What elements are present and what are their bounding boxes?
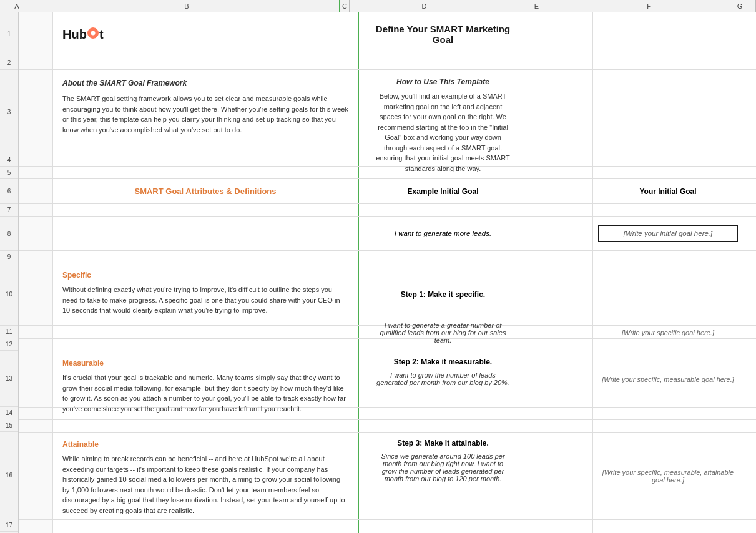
cell-17b bbox=[53, 520, 359, 532]
col-header-a: A bbox=[0, 0, 34, 12]
cell-9c bbox=[359, 251, 368, 263]
cell-16f[interactable]: [Write your specific, measurable, attain… bbox=[593, 433, 743, 519]
initial-goal-example: I want to generate more leads. bbox=[395, 230, 491, 237]
cell-17a bbox=[19, 520, 53, 532]
cell-13d-header: Step 2: Make it measurable. I want to gr… bbox=[368, 351, 518, 407]
cell-7e bbox=[518, 204, 593, 216]
cell-11c bbox=[359, 326, 368, 338]
your-goal-header: Your Initial Goal bbox=[639, 187, 696, 196]
cell-6g bbox=[743, 179, 756, 203]
cell-14f bbox=[593, 408, 743, 419]
cell-5c bbox=[359, 167, 368, 178]
page-title: Define Your SMART Marketing Goal bbox=[373, 24, 513, 45]
cell-6a bbox=[19, 179, 53, 203]
cell-15b bbox=[53, 420, 359, 432]
cell-15c bbox=[359, 420, 368, 432]
step3-yours: [Write your specific, measurable, attain… bbox=[598, 469, 738, 484]
rn-15: 15 bbox=[0, 419, 18, 432]
cell-13e bbox=[518, 351, 593, 407]
cell-13c bbox=[359, 351, 368, 407]
svg-point-1 bbox=[91, 31, 95, 35]
measurable-title: Measurable bbox=[62, 358, 348, 369]
cell-8e bbox=[518, 217, 593, 250]
row-8: I want to generate more leads. [Write yo… bbox=[19, 217, 756, 251]
example-goal-header: Example Initial Goal bbox=[407, 187, 478, 196]
cell-2c bbox=[359, 56, 368, 69]
logo-icon bbox=[87, 25, 99, 44]
cell-4g bbox=[743, 154, 756, 166]
cell-9a bbox=[19, 251, 53, 263]
cell-10a bbox=[19, 263, 53, 325]
rn-11: 11 bbox=[0, 326, 18, 338]
cell-5d bbox=[368, 167, 518, 178]
cell-2g bbox=[743, 56, 756, 69]
cell-1d: Define Your SMART Marketing Goal bbox=[368, 12, 518, 56]
cell-8d: I want to generate more leads. bbox=[368, 217, 518, 250]
about-text: The SMART goal setting framework allows … bbox=[62, 94, 348, 135]
rn-7: 7 bbox=[0, 204, 18, 217]
sheet-main: A B C D E F G 1 2 3 4 5 6 7 8 9 10 11 bbox=[0, 0, 756, 533]
row-10: Specific Without defining exactly what y… bbox=[19, 263, 756, 326]
rn-5: 5 bbox=[0, 167, 18, 179]
cell-16b: Attainable While aiming to break records… bbox=[53, 433, 359, 519]
cell-10e bbox=[518, 263, 593, 325]
cell-2f bbox=[593, 56, 743, 69]
cell-9b bbox=[53, 251, 359, 263]
row-16: Attainable While aiming to break records… bbox=[19, 433, 756, 520]
rn-10: 10 bbox=[0, 263, 18, 326]
cell-5e bbox=[518, 167, 593, 178]
cell-10f bbox=[593, 263, 743, 325]
header-row: Hub t bbox=[19, 12, 756, 56]
col-header-g: G bbox=[724, 0, 756, 12]
cell-14g bbox=[743, 408, 756, 419]
cell-14b bbox=[53, 408, 359, 419]
rn-8: 8 bbox=[0, 217, 18, 251]
cell-16d: Step 3: Make it attainable. Since we gen… bbox=[368, 433, 518, 519]
cell-16a bbox=[19, 433, 53, 519]
logo-hub: Hub bbox=[62, 25, 87, 44]
row-17 bbox=[19, 520, 756, 532]
cell-17e bbox=[518, 520, 593, 532]
cell-15g bbox=[743, 420, 756, 432]
cell-10c bbox=[359, 263, 368, 325]
about-heading: About the SMART Goal Framework bbox=[62, 77, 348, 89]
cell-2e bbox=[518, 56, 593, 69]
spreadsheet-app: A B C D E F G 1 2 3 4 5 6 7 8 9 10 11 bbox=[0, 0, 756, 533]
cell-5b bbox=[53, 167, 359, 178]
cell-14d bbox=[368, 408, 518, 419]
logo-t: t bbox=[99, 25, 104, 44]
step1-header: Step 1: Make it specific. bbox=[401, 290, 485, 299]
cell-1a bbox=[19, 12, 53, 56]
initial-goal-input[interactable]: [Write your initial goal here.] bbox=[598, 225, 738, 242]
cell-12d bbox=[368, 339, 518, 351]
cell-8b bbox=[53, 217, 359, 250]
rows-area: 1 2 3 4 5 6 7 8 9 10 11 12 13 14 15 16 1… bbox=[0, 12, 756, 533]
cell-11f[interactable]: [Write your specific goal here.] bbox=[593, 326, 743, 338]
cell-4d bbox=[368, 154, 518, 166]
cell-13b: Measurable It's crucial that your goal i… bbox=[53, 351, 359, 407]
step3-header: Step 3: Make it attainable. bbox=[375, 439, 511, 447]
rn-13: 13 bbox=[0, 351, 18, 407]
step2-yours: [Write your specific, measurable goal he… bbox=[602, 376, 734, 383]
cell-13g bbox=[743, 351, 756, 407]
cell-8c bbox=[359, 217, 368, 250]
cell-3f bbox=[593, 70, 743, 154]
row-13: Measurable It's crucial that your goal i… bbox=[19, 351, 756, 408]
cell-1b: Hub t bbox=[53, 12, 359, 56]
cell-11e bbox=[518, 326, 593, 338]
rn-16: 16 bbox=[0, 432, 18, 519]
svg-point-2 bbox=[92, 29, 94, 31]
cell-9e bbox=[518, 251, 593, 263]
row-numbers: 1 2 3 4 5 6 7 8 9 10 11 12 13 14 15 16 1… bbox=[0, 12, 19, 533]
cell-3c bbox=[359, 70, 368, 154]
cell-9g bbox=[743, 251, 756, 263]
cell-2d bbox=[368, 56, 518, 69]
cell-1g bbox=[743, 12, 756, 56]
cell-4c bbox=[359, 154, 368, 166]
cell-9f bbox=[593, 251, 743, 263]
cell-12a bbox=[19, 339, 53, 351]
cell-13f[interactable]: [Write your specific, measurable goal he… bbox=[593, 351, 743, 407]
row-11: I want to generate a greater number of q… bbox=[19, 326, 756, 339]
cell-15d bbox=[368, 420, 518, 432]
rn-1: 1 bbox=[0, 12, 18, 56]
